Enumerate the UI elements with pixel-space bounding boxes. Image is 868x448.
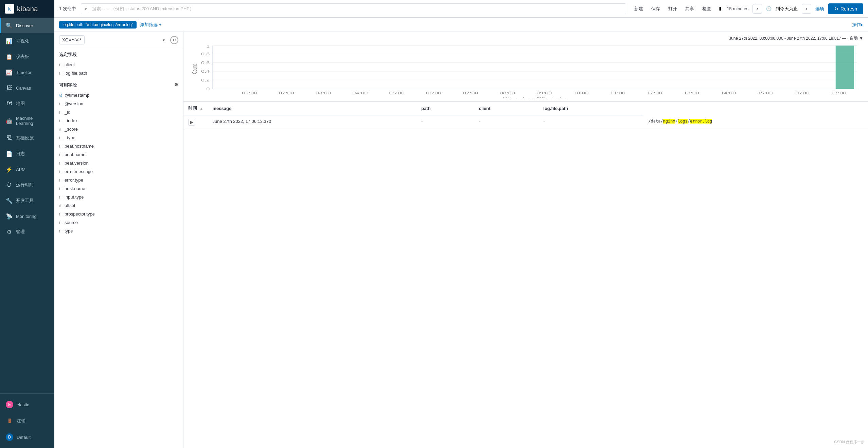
- svg-text:14:00: 14:00: [721, 91, 736, 95]
- right-panel: June 27th 2022, 00:00:00.000 - June 27th…: [183, 32, 868, 448]
- field-item-beathostname[interactable]: t beat.hostname: [54, 142, 183, 150]
- field-item-version[interactable]: t @version: [54, 99, 183, 108]
- chart-container: June 27th 2022, 00:00:00.000 - June 27th…: [183, 32, 868, 102]
- col-header-path[interactable]: path: [417, 102, 474, 115]
- svg-text:05:00: 05:00: [389, 91, 405, 95]
- expand-row-button[interactable]: ▶: [188, 119, 195, 126]
- new-button[interactable]: 新建: [632, 4, 645, 13]
- search-bar[interactable]: >_ 搜索…… （例如，status:200 AND extension:PHP…: [81, 3, 626, 14]
- svg-text:1: 1: [206, 44, 210, 48]
- fields-settings-icon[interactable]: ⚙: [174, 82, 178, 87]
- cell-logfilepath: /data/nginx/logs/error.log: [643, 115, 868, 129]
- sidebar-item-logs[interactable]: 📄 日志: [0, 146, 54, 162]
- sidebar-item-timelion[interactable]: 📈 Timelion: [0, 64, 54, 80]
- col-header-time[interactable]: 时间 ▲: [183, 102, 208, 115]
- svg-text:17:00: 17:00: [831, 91, 846, 95]
- field-item-prospectortype[interactable]: t prospector.type: [54, 210, 183, 218]
- infra-icon: 🏗: [6, 135, 13, 142]
- results-area: 时间 ▲ message path client: [183, 102, 868, 448]
- field-item-beatversion[interactable]: t beat.version: [54, 159, 183, 167]
- sidebar-item-canvas[interactable]: 🖼 Canvas: [0, 80, 54, 96]
- canvas-icon: 🖼: [6, 85, 13, 91]
- time-next-button[interactable]: ›: [802, 4, 811, 14]
- message-value: -: [421, 119, 423, 124]
- sidebar-item-visualize[interactable]: 📊 可视化: [0, 33, 54, 49]
- refresh-fields-button[interactable]: ↻: [170, 36, 178, 44]
- search-prompt: >_: [85, 6, 90, 11]
- table-row: ▶ June 27th 2022, 17:06:13.370 - -: [183, 115, 868, 129]
- save-button[interactable]: 保存: [649, 4, 662, 13]
- sidebar-item-monitoring[interactable]: 📡 Monitoring: [0, 208, 54, 224]
- sidebar-item-default[interactable]: D Default: [0, 429, 54, 445]
- field-item-source[interactable]: t source: [54, 218, 183, 227]
- index-pattern-select[interactable]: XGXY-V-*: [59, 35, 85, 44]
- field-item-beatname[interactable]: t beat.name: [54, 150, 183, 159]
- options-link[interactable]: 选项: [815, 6, 824, 12]
- field-item-errormessage[interactable]: t error.message: [54, 167, 183, 176]
- sidebar-item-label-canvas: Canvas: [16, 86, 31, 91]
- field-item-index[interactable]: t _index: [54, 116, 183, 125]
- apm-icon: ⚡: [6, 166, 13, 173]
- sidebar-item-label-uptime: 运行时间: [16, 182, 34, 188]
- svg-text:@timestamp/30 minutes: @timestamp/30 minutes: [502, 97, 568, 98]
- field-item-offset[interactable]: # offset: [54, 201, 183, 210]
- sidebar-item-elastic[interactable]: E elastic: [0, 396, 54, 413]
- date-range-text: June 27th 2022, 00:00:00.000 - June 27th…: [729, 36, 846, 41]
- sidebar-item-management[interactable]: ⚙ 管理: [0, 224, 54, 240]
- pause-icon[interactable]: ⏸: [717, 6, 723, 12]
- share-button[interactable]: 共享: [683, 4, 696, 13]
- col-header-logfilepath[interactable]: log.file.path: [538, 102, 643, 115]
- sidebar-item-logout[interactable]: 🚪 注销: [0, 413, 54, 429]
- operate-link[interactable]: 操作▸: [852, 22, 863, 28]
- sidebar-item-infra[interactable]: 🏗 基础设施: [0, 130, 54, 146]
- kibana-logo-text: kibana: [17, 5, 38, 13]
- col-header-client[interactable]: client: [474, 102, 539, 115]
- inspect-button[interactable]: 检查: [700, 4, 713, 13]
- filter-tag[interactable]: log.file.path: "/data/nginx/logs/error.l…: [59, 21, 137, 29]
- field-item-timestamp[interactable]: ◎ @timestamp: [54, 91, 183, 99]
- open-button[interactable]: 打开: [666, 4, 679, 13]
- svg-text:08:00: 08:00: [500, 91, 515, 95]
- field-item-score[interactable]: # _score: [54, 125, 183, 133]
- field-item-type[interactable]: t type: [54, 227, 183, 235]
- auto-select[interactable]: 自动 ▼: [850, 35, 863, 41]
- sidebar-item-label-infra: 基础设施: [16, 135, 34, 141]
- watermark: CSDN @程序一步: [834, 440, 865, 445]
- svg-text:0.6: 0.6: [201, 61, 210, 65]
- field-name-id: _id: [65, 110, 178, 115]
- add-filter[interactable]: 添加筛选 +: [140, 22, 162, 28]
- sidebar-item-uptime[interactable]: ⏱ 运行时间: [0, 177, 54, 193]
- field-name-index: _index: [65, 118, 178, 123]
- clock-icon: 🕐: [766, 6, 772, 11]
- field-type-index: t: [59, 119, 63, 123]
- field-item-logfilepath[interactable]: t log.file.path: [54, 69, 183, 77]
- sidebar-item-discover[interactable]: 🔍 Discover: [0, 18, 54, 33]
- sidebar-item-maps[interactable]: 🗺 地图: [0, 96, 54, 111]
- time-range[interactable]: 15 minutes: [727, 6, 748, 11]
- field-name-hostname: host.name: [65, 186, 178, 191]
- dashboard-icon: 📋: [6, 53, 13, 60]
- field-item-id[interactable]: t _id: [54, 108, 183, 116]
- col-header-message[interactable]: message: [208, 102, 417, 115]
- visualize-icon: 📊: [6, 38, 13, 44]
- field-item-client[interactable]: t client: [54, 60, 183, 69]
- sidebar-item-dashboard[interactable]: 📋 仪表板: [0, 49, 54, 64]
- sidebar-item-devtools[interactable]: 🔧 开发工具: [0, 193, 54, 208]
- field-type-errortype: t: [59, 178, 63, 182]
- field-item-hostname[interactable]: t host.name: [54, 184, 183, 193]
- sidebar-logo[interactable]: k kibana: [0, 0, 54, 18]
- svg-rect-32: [836, 45, 854, 89]
- svg-text:11:00: 11:00: [610, 91, 625, 95]
- field-name-type: type: [65, 228, 178, 234]
- field-item-errortype[interactable]: t error.type: [54, 176, 183, 184]
- sidebar-item-apm[interactable]: ⚡ APM: [0, 162, 54, 177]
- field-item-type2[interactable]: t _type: [54, 133, 183, 142]
- sidebar-item-ml[interactable]: 🤖 Machine Learning: [0, 111, 54, 130]
- refresh-button[interactable]: ↻ Refresh: [828, 3, 863, 14]
- sidebar-item-label-devtools: 开发工具: [16, 198, 34, 204]
- monitoring-icon: 📡: [6, 213, 13, 220]
- content-area: XGXY-V-* ↻ 选定字段 t client t log.f: [54, 32, 868, 448]
- field-item-inputtype[interactable]: t input.type: [54, 193, 183, 201]
- selected-fields-section: 选定字段 t client t log.file.path: [54, 48, 183, 79]
- time-prev-button[interactable]: ‹: [752, 4, 762, 14]
